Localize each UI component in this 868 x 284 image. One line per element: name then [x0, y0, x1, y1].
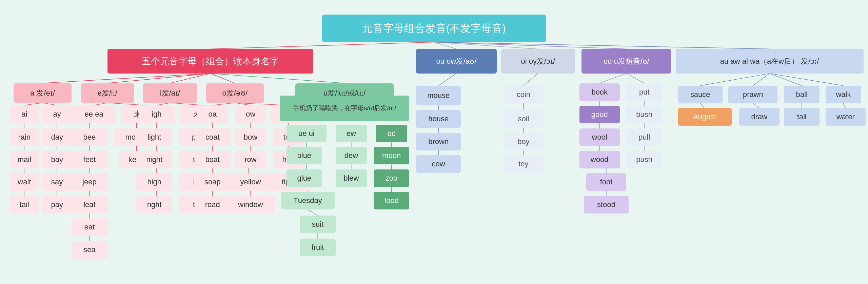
node-sea: sea — [72, 241, 107, 259]
node-blue: blue — [287, 147, 322, 164]
node-toy: toy — [504, 155, 544, 173]
node-oo_u: oo u发短音/ʊ/ — [581, 49, 671, 73]
node-right: right — [136, 196, 172, 214]
node-boy: boy — [504, 133, 544, 150]
node-e_head: e发/iː/ — [81, 83, 134, 103]
node-i_head: i发/aɪ/ — [143, 83, 197, 103]
node-cow: cow — [416, 155, 461, 173]
node-walk: walk — [826, 86, 862, 103]
node-suit: suit — [300, 216, 336, 233]
svg-line-89 — [700, 103, 705, 108]
node-fruit: fruit — [300, 239, 336, 256]
svg-line-87 — [770, 74, 802, 86]
node-foot: foot — [586, 173, 627, 191]
node-eat: eat — [72, 218, 107, 236]
node-food: food — [374, 192, 410, 209]
node-book: book — [579, 83, 620, 101]
svg-line-0 — [210, 42, 434, 49]
node-road: road — [195, 196, 231, 214]
node-oi_oy: oi oy发/ɔɪ/ — [501, 49, 575, 73]
node-ew: ew — [336, 125, 367, 142]
svg-line-6 — [107, 74, 211, 83]
node-o_head: o发/əʊ/ — [206, 83, 264, 103]
svg-line-40 — [213, 103, 235, 105]
svg-line-86 — [753, 74, 770, 86]
node-mouse: mouse — [416, 86, 461, 105]
node-rain: rain — [10, 128, 39, 146]
node-mail: mail — [10, 151, 39, 168]
node-stood: stood — [584, 196, 629, 214]
svg-line-75 — [599, 74, 626, 83]
node-prawn: prawn — [728, 86, 777, 103]
node-soap: soap — [195, 173, 231, 191]
svg-line-7 — [170, 74, 210, 83]
svg-line-4 — [434, 42, 770, 49]
node-wool: wool — [579, 128, 620, 146]
node-ai: ai — [10, 105, 39, 123]
node-wait: wait — [10, 173, 39, 191]
node-glue: glue — [287, 169, 322, 187]
node-sauce: sauce — [678, 86, 723, 103]
node-say: say — [42, 173, 72, 191]
node-bush: bush — [626, 106, 662, 123]
node-tall: tall — [784, 108, 820, 126]
node-zoo: zoo — [374, 169, 410, 187]
node-root: 元音字母组合发音(不发字母音) — [322, 15, 546, 42]
svg-line-30 — [157, 103, 170, 105]
svg-line-5 — [42, 74, 210, 83]
svg-line-8 — [210, 74, 235, 83]
node-ay: ay — [42, 105, 72, 123]
svg-line-92 — [843, 103, 846, 108]
svg-line-9 — [210, 74, 344, 83]
node-pull: pull — [626, 128, 662, 146]
node-soil: soil — [504, 110, 544, 128]
node-row: row — [235, 151, 266, 168]
svg-line-21 — [107, 103, 145, 105]
node-coat: coat — [195, 128, 231, 146]
svg-line-11 — [42, 103, 57, 105]
node-house: house — [416, 110, 461, 128]
node-ee: ee ea — [72, 105, 116, 123]
svg-line-2 — [434, 42, 538, 49]
svg-line-90 — [753, 103, 759, 108]
svg-line-41 — [235, 103, 251, 105]
node-push: push — [626, 151, 662, 168]
svg-line-42 — [235, 103, 287, 105]
node-feet: feet — [72, 151, 107, 168]
svg-line-1 — [434, 42, 456, 49]
node-ue_ui: ue ui — [287, 125, 327, 142]
svg-line-76 — [626, 74, 644, 83]
node-draw: draw — [739, 108, 780, 126]
node-bee: bee — [72, 128, 107, 146]
node-ball: ball — [784, 86, 820, 103]
svg-line-85 — [700, 74, 770, 86]
node-oo: oo — [376, 125, 407, 142]
node-bow: bow — [235, 128, 266, 146]
node-put: put — [626, 83, 662, 101]
node-pay: pay — [42, 196, 72, 214]
node-note_u: 手机扔了嗡嗡哭，在字母s/r/l后发/uː/ — [280, 96, 410, 121]
node-ow_o: ow — [235, 105, 266, 123]
node-leaf: leaf — [72, 196, 107, 214]
node-jeep: jeep — [72, 173, 107, 191]
node-boat: boat — [195, 151, 231, 168]
svg-line-3 — [434, 42, 626, 49]
node-igh: igh — [139, 105, 175, 123]
node-night: night — [136, 151, 172, 168]
svg-line-31 — [170, 103, 203, 105]
svg-line-88 — [770, 74, 844, 86]
node-ou_ow: ou ow发/aʊ/ — [416, 49, 497, 73]
node-au_aw: au aw al wa（a在w后） 发/ɔː/ — [676, 49, 864, 73]
node-coin: coin — [504, 86, 544, 103]
node-day: day — [42, 128, 72, 146]
node-a_head: a 发/eɪ/ — [14, 83, 72, 103]
node-blew: blew — [336, 169, 367, 187]
node-brown: brown — [416, 133, 461, 150]
node-august: August — [678, 108, 731, 126]
svg-line-20 — [94, 103, 107, 105]
node-light: light — [136, 128, 172, 146]
node-window: window — [226, 196, 275, 214]
node-high: high — [136, 173, 172, 191]
node-tuesday: Tuesday — [281, 192, 335, 209]
svg-line-60 — [308, 209, 318, 215]
